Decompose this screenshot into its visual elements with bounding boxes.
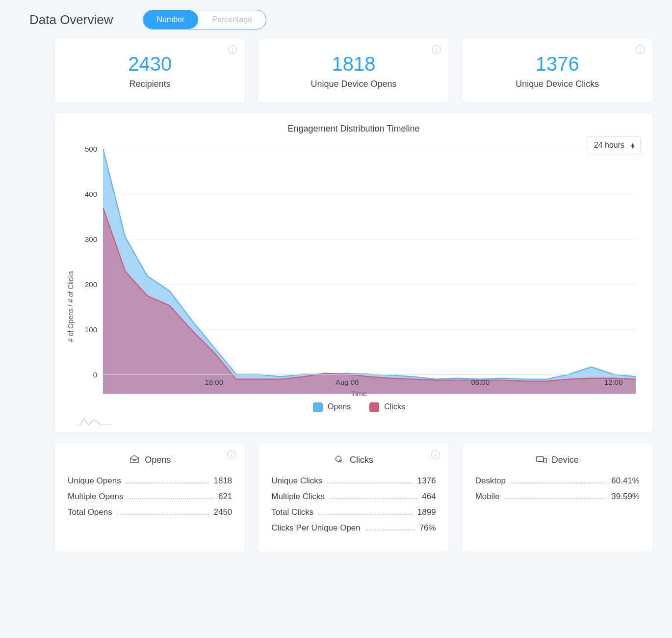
- y-tick: 200: [85, 280, 97, 289]
- x-tick: 06:00: [471, 378, 490, 386]
- metric-label: Total Clicks: [271, 507, 313, 517]
- view-toggle: Number Percentage: [143, 10, 267, 29]
- metric-value: 1376: [417, 476, 436, 486]
- x-tick: 12:00: [604, 378, 623, 386]
- toggle-number[interactable]: Number: [143, 10, 199, 29]
- panel-title: Opens: [145, 455, 171, 465]
- stat-value: 1376: [472, 53, 643, 75]
- metric-row: Multiple Clicks464: [271, 492, 436, 502]
- metric-row: Multiple Opens621: [68, 492, 232, 502]
- x-tick: 18:00: [205, 378, 223, 386]
- x-tick: Aug 06: [336, 378, 359, 386]
- stat-label: Unique Device Clicks: [472, 79, 643, 89]
- metric-row: Total Clicks1899: [271, 507, 436, 517]
- legend-item-clicks[interactable]: Clicks: [369, 402, 405, 412]
- swatch-clicks-icon: [369, 402, 379, 412]
- metric-label: Total Opens: [68, 507, 112, 517]
- metric-value: 2450: [214, 507, 233, 517]
- svg-rect-2: [539, 461, 542, 462]
- info-icon[interactable]: i: [432, 45, 441, 54]
- sort-caret-icon: ▴▾: [631, 142, 634, 148]
- device-panel: Device Desktop60.41%Mobile39.59%: [463, 444, 652, 552]
- metric-value: 39.59%: [611, 492, 640, 502]
- metric-value: 1899: [417, 507, 436, 517]
- stat-value: 2430: [65, 53, 235, 75]
- legend-item-opens[interactable]: Opens: [313, 402, 351, 412]
- svg-rect-1: [537, 457, 543, 461]
- chart-brush-preview[interactable]: [78, 415, 112, 425]
- metric-row: Total Opens2450: [68, 507, 232, 517]
- stat-value: 1818: [268, 53, 439, 75]
- time-range-value: 24 hours: [594, 141, 624, 149]
- legend-label: Opens: [328, 402, 351, 411]
- metric-label: Unique Opens: [68, 476, 121, 486]
- device-icon: [536, 454, 547, 465]
- chart-legend: Opens Clicks: [78, 402, 641, 412]
- metric-label: Multiple Opens: [68, 492, 123, 502]
- page-title: Data Overview: [29, 12, 113, 27]
- metric-value: 1818: [214, 476, 233, 486]
- metric-row: Unique Clicks1376: [271, 476, 436, 486]
- panel-title: Clicks: [350, 455, 373, 465]
- metric-row: Clicks Per Unique Open76%: [271, 523, 436, 533]
- metric-value: 60.41%: [611, 476, 640, 486]
- metric-row: Mobile39.59%: [475, 492, 640, 502]
- cursor-click-icon: [334, 454, 345, 465]
- info-icon[interactable]: i: [227, 451, 236, 459]
- legend-label: Clicks: [384, 402, 405, 411]
- swatch-opens-icon: [313, 402, 323, 412]
- envelope-icon: [129, 454, 140, 465]
- info-icon[interactable]: i: [431, 451, 440, 459]
- metric-row: Unique Opens1818: [68, 476, 232, 486]
- y-tick: 0: [93, 371, 97, 379]
- opens-panel: i Opens Unique Opens1818Multiple Opens62…: [55, 444, 245, 552]
- metric-label: Desktop: [475, 476, 506, 486]
- metric-label: Unique Clicks: [271, 476, 322, 486]
- chart-title: Engagement Distribution Timeline: [67, 124, 641, 134]
- stat-card-unique-clicks: i 1376 Unique Device Clicks: [463, 39, 652, 102]
- y-tick: 300: [85, 235, 97, 243]
- metric-row: Desktop60.41%: [475, 476, 640, 486]
- engagement-chart-card: Engagement Distribution Timeline 24 hour…: [55, 114, 652, 432]
- metric-value: 621: [218, 492, 232, 502]
- metric-label: Multiple Clicks: [271, 492, 325, 502]
- chart-y-axis-label: # of Opens / # of Clicks: [67, 149, 75, 425]
- stat-label: Recipients: [65, 79, 235, 89]
- stat-label: Unique Device Opens: [268, 79, 439, 89]
- metric-value: 76%: [419, 523, 436, 533]
- y-tick: 500: [85, 145, 97, 153]
- y-tick: 400: [85, 190, 97, 198]
- stat-card-unique-opens: i 1818 Unique Device Opens: [258, 39, 448, 102]
- metric-label: Clicks Per Unique Open: [271, 523, 360, 533]
- panel-title: Device: [552, 455, 579, 465]
- y-tick: 100: [85, 325, 97, 334]
- metric-value: 464: [422, 492, 436, 502]
- svg-rect-3: [544, 458, 547, 463]
- info-icon[interactable]: i: [228, 45, 237, 54]
- chart-x-axis: 18:00Aug 0606:0012:00: [103, 374, 636, 387]
- toggle-percentage[interactable]: Percentage: [198, 10, 266, 29]
- stat-card-recipients: i 2430 Recipients: [55, 39, 245, 102]
- chart-plot-area[interactable]: 0100200300400500: [78, 149, 641, 374]
- metric-label: Mobile: [475, 492, 500, 502]
- clicks-panel: i Clicks Unique Clicks1376Multiple Click…: [258, 444, 448, 552]
- info-icon[interactable]: i: [636, 45, 645, 54]
